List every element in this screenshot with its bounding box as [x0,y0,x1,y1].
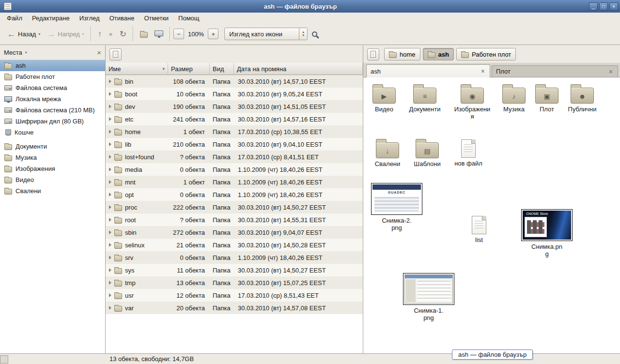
table-row[interactable]: lost+found? обектаПапка17.03.2010 (ср) 8… [106,151,363,163]
table-row[interactable]: boot10 обектаПапка30.03.2010 (вт) 9,05,2… [106,88,363,100]
up-button[interactable]: ↑ [94,28,106,41]
table-row[interactable]: selinux21 обектаПапка30.03.2010 (вт) 14,… [106,239,363,251]
canvas-item[interactable]: GNOME StoreСнимка.png [521,209,573,258]
expander-icon[interactable] [109,268,111,272]
canvas-item[interactable]: ▣Плот [527,83,567,113]
search-button[interactable] [308,28,324,40]
menu-item[interactable]: Редактиране [27,14,75,23]
back-dropdown-icon[interactable]: ▾ [38,32,40,36]
table-row[interactable]: dev190 обектаПапка30.03.2010 (вт) 14,51,… [106,100,363,113]
canvas-item[interactable]: ▤Шаблони [407,138,448,168]
sidebar-item[interactable]: ash [0,60,105,71]
sidebar-close-button[interactable]: × [97,48,101,57]
zoom-out-button[interactable]: − [173,29,184,39]
sidebar-item[interactable]: Шифриран дял (80 GB) [0,116,105,127]
stop-button[interactable]: ● [105,28,116,40]
sidebar-item[interactable]: Работен плот [0,71,105,82]
spinner-icons[interactable]: ▲▼ [299,28,307,40]
sidebar-item[interactable]: Изображения [0,163,105,174]
canvas-item[interactable]: ▶Видео [364,83,404,113]
expander-icon[interactable] [109,256,111,259]
canvas-item[interactable]: ≡Документи [404,83,445,113]
minimize-button[interactable]: _ [589,2,598,11]
menu-item[interactable]: Файл [2,14,27,23]
canvas-item[interactable]: ↓Свалени [367,138,408,168]
menu-item[interactable]: Отметки [139,14,173,23]
column-header-size[interactable]: Размер [168,63,210,75]
zoom-in-button[interactable]: + [208,29,218,39]
back-button[interactable]: ← Назад ▾ [4,28,44,41]
sidebar-title[interactable]: Места [4,49,22,56]
canvas-item[interactable]: Снимка-1.png [403,273,454,322]
table-row[interactable]: bin108 обектаПапка30.03.2010 (вт) 14,57,… [106,75,363,88]
table-row[interactable]: srv0 обектаПапка1.10.2009 (чт) 18,40,26 … [106,251,363,264]
expander-icon[interactable] [109,130,111,134]
notes-button[interactable] [367,48,379,61]
expander-icon[interactable] [109,243,111,247]
table-row[interactable]: opt0 обектаПапка1.10.2009 (чт) 18,40,26 … [106,188,363,201]
expander-icon[interactable] [109,230,111,234]
expander-icon[interactable] [109,105,111,108]
expander-icon[interactable] [109,306,111,310]
table-row[interactable]: etc241 обектаПапка30.03.2010 (вт) 14,57,… [106,113,363,125]
menu-item[interactable]: Помощ [173,14,204,23]
table-row[interactable]: tmp13 обектаПапка30.03.2010 (вт) 15,07,2… [106,276,363,289]
table-row[interactable]: mnt1 обектПапка1.10.2009 (чт) 18,40,26 E… [106,176,363,188]
tab[interactable]: Плот× [492,65,618,77]
table-row[interactable]: lib210 обектаПапка30.03.2010 (вт) 9,04,1… [106,138,363,151]
reload-button[interactable]: ↻ [116,28,130,41]
expander-icon[interactable] [109,293,111,297]
canvas-item[interactable]: ☻Публични [562,83,603,113]
menu-item[interactable]: Отиване [105,14,140,23]
table-row[interactable]: root? обектаПапка30.03.2010 (вт) 14,55,3… [106,213,363,226]
canvas-item[interactable]: нов файл [448,139,489,167]
canvas-item[interactable]: GUADECСнимка-2.png [371,183,422,232]
icon-canvas[interactable]: ▶Видео≡Документи◉Изображения♪Музика▣Плот… [363,77,620,353]
sidebar-item[interactable]: Кошче [0,127,105,138]
menu-item[interactable]: Изглед [75,14,105,23]
pathbar-button[interactable]: home [384,48,420,61]
canvas-item[interactable]: ◉Изображения [452,83,493,121]
expander-icon[interactable] [109,205,111,209]
sidebar-item[interactable]: Файлова система [0,82,105,93]
close-button[interactable]: × [609,2,618,11]
sidebar-item[interactable]: Свалени [0,185,105,197]
expander-icon[interactable] [109,92,111,96]
expander-icon[interactable] [109,218,111,222]
table-row[interactable]: media0 обектаПапка1.10.2009 (чт) 18,40,2… [106,163,363,176]
expander-icon[interactable] [109,180,111,184]
close-icon[interactable]: × [480,67,486,75]
sidebar-item[interactable]: Видео [0,174,105,185]
resize-grip[interactable] [0,355,8,364]
notes-button[interactable] [109,48,122,61]
expander-icon[interactable] [109,167,111,171]
sidebar-item[interactable]: Документи [0,141,105,152]
expander-icon[interactable] [109,155,111,159]
table-row[interactable]: home1 обектПапка17.03.2010 (ср) 10,38,55… [106,125,363,138]
forward-button[interactable]: → Напред ▾ [44,28,87,41]
computer-button[interactable] [151,28,167,40]
close-icon[interactable]: × [608,68,614,76]
view-mode-select[interactable]: Изглед като икони ▲▼ [224,28,308,40]
pathbar-button[interactable]: Работен плот [456,48,516,61]
sidebar-item[interactable]: Локална мрежа [0,93,105,105]
column-header-modified[interactable]: Дата на промяна [234,63,363,75]
titlebar[interactable]: ash — файлов браузър _ □ × [0,0,620,13]
maximize-button[interactable]: □ [599,2,608,11]
tab[interactable]: ash× [366,64,490,77]
table-row[interactable]: var20 обектаПапка30.03.2010 (вт) 14,57,0… [106,302,363,314]
table-row[interactable]: proc222 обектаПапка30.03.2010 (вт) 14,50… [106,201,363,213]
home-button[interactable] [137,28,151,40]
canvas-item[interactable]: list [459,216,499,244]
table-row[interactable]: usr12 обектаПапка17.03.2010 (ср) 8,51,43… [106,289,363,302]
sidebar-item[interactable]: Музика [0,152,105,163]
column-header-name[interactable]: Име ▾ [106,63,168,75]
table-row[interactable]: sys11 обектаПапка30.03.2010 (вт) 14,50,2… [106,264,363,276]
column-header-type[interactable]: Вид [210,63,234,75]
table-row[interactable]: sbin272 обектаПапка30.03.2010 (вт) 9,04,… [106,226,363,239]
expander-icon[interactable] [109,193,111,197]
expander-icon[interactable] [109,117,111,121]
sidebar-item[interactable]: Файлова система (210 MB) [0,105,105,116]
expander-icon[interactable] [109,281,111,285]
expander-icon[interactable] [109,142,111,146]
